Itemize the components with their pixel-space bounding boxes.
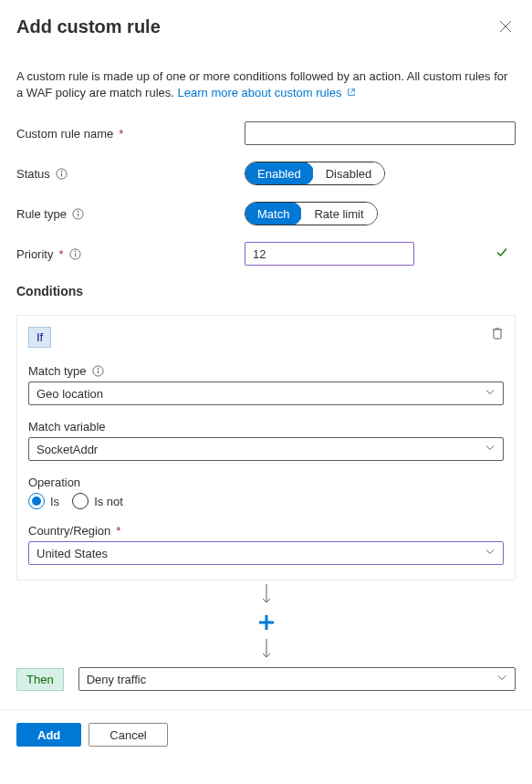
- info-icon[interactable]: [69, 248, 81, 260]
- info-icon[interactable]: [56, 168, 68, 180]
- plus-icon: [258, 614, 275, 631]
- panel-footer: Add Cancel: [0, 709, 532, 759]
- match-variable-select[interactable]: SocketAddr: [28, 437, 504, 461]
- match-variable-value: SocketAddr: [37, 443, 98, 456]
- operation-label: Operation: [28, 476, 504, 489]
- svg-point-4: [61, 171, 62, 172]
- check-icon: [495, 246, 508, 262]
- status-disabled-option[interactable]: Disabled: [313, 162, 385, 184]
- required-asterisk: *: [58, 247, 63, 261]
- rule-type-toggle[interactable]: Match Rate limit: [245, 202, 378, 225]
- condition-card: If Match type Geo location Match variabl…: [16, 315, 516, 580]
- then-badge: Then: [16, 668, 64, 691]
- rule-type-label: Rule type: [16, 207, 245, 221]
- arrow-down-icon: [262, 639, 271, 661]
- conditions-heading: Conditions: [16, 284, 516, 298]
- custom-rule-name-label: Custom rule name*: [16, 127, 245, 141]
- add-button[interactable]: Add: [16, 723, 81, 747]
- match-type-label: Match type: [28, 364, 504, 378]
- status-toggle[interactable]: Enabled Disabled: [245, 162, 385, 185]
- cancel-button[interactable]: Cancel: [89, 723, 167, 747]
- close-button[interactable]: [495, 16, 516, 39]
- trash-icon: [491, 327, 504, 340]
- rule-type-rate-limit-option[interactable]: Rate limit: [301, 203, 376, 225]
- required-asterisk: *: [119, 127, 123, 141]
- chevron-down-icon: [485, 547, 495, 560]
- svg-point-10: [75, 251, 76, 252]
- country-value: United States: [37, 547, 108, 560]
- country-label: Country/Region*: [28, 524, 504, 538]
- custom-rule-name-input[interactable]: [245, 121, 516, 145]
- add-condition-button[interactable]: [16, 612, 516, 635]
- rule-type-match-option[interactable]: Match: [245, 202, 302, 225]
- match-variable-label: Match variable: [28, 420, 504, 434]
- chevron-down-icon: [485, 443, 495, 456]
- operation-is-radio[interactable]: Is: [28, 493, 59, 509]
- flow-arrow-down: [16, 580, 516, 612]
- status-label: Status: [16, 167, 245, 181]
- operation-radio-group: Is Is not: [28, 493, 504, 509]
- arrow-down-icon: [262, 584, 271, 606]
- chevron-down-icon: [496, 673, 507, 686]
- external-link-icon: [347, 88, 356, 97]
- info-icon[interactable]: [92, 365, 104, 377]
- delete-condition-button[interactable]: [491, 327, 504, 342]
- panel-header: Add custom rule: [16, 16, 516, 39]
- svg-rect-16: [259, 622, 274, 624]
- operation-is-not-label: Is not: [94, 495, 123, 508]
- status-enabled-option[interactable]: Enabled: [245, 162, 314, 185]
- info-icon[interactable]: [72, 208, 84, 220]
- country-select[interactable]: United States: [28, 541, 504, 565]
- radio-checked-icon: [28, 493, 45, 509]
- match-type-select[interactable]: Geo location: [28, 382, 504, 405]
- radio-unchecked-icon: [72, 493, 89, 509]
- learn-more-link[interactable]: Learn more about custom rules: [178, 86, 357, 99]
- chevron-down-icon: [485, 387, 495, 401]
- if-badge: If: [28, 327, 51, 348]
- required-asterisk: *: [116, 524, 120, 538]
- priority-label: Priority*: [16, 247, 245, 261]
- match-type-value: Geo location: [37, 387, 103, 401]
- priority-input[interactable]: [245, 242, 414, 266]
- svg-point-7: [78, 211, 78, 212]
- then-action-value: Deny traffic: [87, 673, 147, 686]
- learn-more-label: Learn more about custom rules: [178, 86, 342, 99]
- flow-arrow-down: [16, 635, 516, 667]
- description-text: A custom rule is made up of one or more …: [16, 68, 516, 101]
- operation-is-label: Is: [50, 495, 59, 508]
- close-icon: [499, 20, 512, 33]
- panel-title: Add custom rule: [16, 16, 161, 37]
- svg-point-13: [98, 369, 99, 370]
- then-action-select[interactable]: Deny traffic: [78, 667, 516, 691]
- operation-is-not-radio[interactable]: Is not: [72, 493, 123, 509]
